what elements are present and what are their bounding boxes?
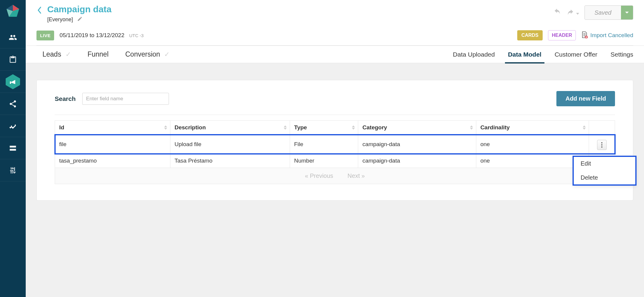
logo-icon xyxy=(6,4,20,18)
import-cancelled-link[interactable]: Import Cancelled xyxy=(581,31,633,40)
th-label: Type xyxy=(294,124,307,131)
cell-cardinality: one xyxy=(476,135,589,154)
saved-dropdown-toggle[interactable] xyxy=(621,6,633,19)
sidebar-item-settings[interactable] xyxy=(0,159,26,181)
tab-settings[interactable]: Settings xyxy=(611,46,633,63)
tab-funnel[interactable]: Funnel xyxy=(88,50,109,58)
date-to-label: to xyxy=(90,32,94,38)
tabs-row: Leads✓ Funnel Conversion✓ Data Uploaded … xyxy=(26,46,644,63)
cell-category: campaign-data xyxy=(358,154,476,168)
header-badge[interactable]: HEADER xyxy=(548,30,576,40)
sidebar-item-analytics[interactable] xyxy=(0,115,26,137)
cell-description: Upload file xyxy=(170,135,290,154)
sidebar-item-users[interactable] xyxy=(0,26,26,49)
sort-icon xyxy=(470,125,473,130)
redo-button[interactable] xyxy=(567,9,579,16)
th-label: Cardinality xyxy=(480,124,510,131)
date-range: 05/11/2019 to 13/12/2022 xyxy=(59,32,124,39)
tab-label: Funnel xyxy=(88,50,109,58)
saved-label: Saved xyxy=(585,9,621,16)
caret-down-icon xyxy=(576,13,579,15)
share-icon xyxy=(9,100,17,108)
table-row[interactable]: tasa_prestamo Tasa Préstamo Number campa… xyxy=(55,154,615,168)
cell-type: File xyxy=(290,135,358,154)
undo-button[interactable] xyxy=(553,8,561,17)
tab-conversion[interactable]: Conversion✓ xyxy=(125,50,170,58)
sidebar-item-campaigns[interactable] xyxy=(0,71,26,93)
timezone: UTC -3 xyxy=(129,33,144,38)
sidebar-item-clipboard[interactable] xyxy=(0,49,26,71)
add-new-field-button[interactable]: Add new Field xyxy=(556,91,615,106)
th-label: Description xyxy=(175,124,206,131)
edit-title-button[interactable] xyxy=(77,16,83,23)
row-actions-menu: Edit Delete xyxy=(573,156,636,185)
server-icon xyxy=(9,144,17,152)
pager-previous[interactable]: « Previous xyxy=(305,172,333,179)
tab-label: Conversion xyxy=(125,50,160,58)
cell-cardinality: one xyxy=(476,154,589,168)
check-icon: ✓ xyxy=(65,51,71,58)
sort-icon xyxy=(352,125,355,130)
analytics-icon xyxy=(9,122,17,130)
saved-button[interactable]: Saved xyxy=(585,5,633,20)
column-header-type[interactable]: Type xyxy=(290,121,358,135)
tab-data-uploaded[interactable]: Data Uploaded xyxy=(453,46,495,63)
divider xyxy=(55,115,615,115)
kebab-icon xyxy=(601,142,602,148)
panel: Search Add new Field Id Description Type… xyxy=(36,80,633,201)
sliders-icon xyxy=(9,166,17,175)
cards-badge[interactable]: CARDS xyxy=(517,30,543,40)
column-header-description[interactable]: Description xyxy=(170,121,290,135)
svg-point-5 xyxy=(10,127,11,128)
live-badge: LIVE xyxy=(36,31,54,40)
pencil-icon xyxy=(77,16,83,22)
audience-label: [Everyone] xyxy=(47,16,73,23)
content: Search Add new Field Id Description Type… xyxy=(26,63,644,217)
people-icon xyxy=(9,33,17,42)
app-logo[interactable] xyxy=(6,4,20,19)
tab-label: Leads xyxy=(42,50,61,58)
sidebar-item-servers[interactable] xyxy=(0,137,26,159)
date-from: 05/11/2019 xyxy=(59,32,88,38)
tab-data-model[interactable]: Data Model xyxy=(508,46,541,63)
main: Campaign data [Everyone] Saved xyxy=(26,0,644,217)
menu-item-edit[interactable]: Edit xyxy=(573,157,636,171)
back-button[interactable] xyxy=(36,6,42,16)
menu-item-delete[interactable]: Delete xyxy=(573,171,636,185)
cell-description: Tasa Préstamo xyxy=(170,154,290,168)
import-cancelled-label: Import Cancelled xyxy=(590,32,633,39)
sort-icon xyxy=(583,125,586,130)
sort-icon xyxy=(164,125,167,130)
cell-type: Number xyxy=(290,154,358,168)
cell-actions xyxy=(589,135,615,154)
sidebar-item-share[interactable] xyxy=(0,93,26,115)
column-header-actions xyxy=(589,121,615,135)
th-label: Id xyxy=(59,124,64,131)
search-input[interactable] xyxy=(82,93,169,105)
row-actions-button[interactable] xyxy=(597,140,607,150)
date-to: 13/12/2022 xyxy=(96,32,124,38)
document-error-icon xyxy=(581,31,588,40)
cell-category: campaign-data xyxy=(358,135,476,154)
cell-id: file xyxy=(55,135,170,154)
page-title: Campaign data xyxy=(47,4,553,14)
tab-leads[interactable]: Leads✓ xyxy=(42,50,71,58)
search-label: Search xyxy=(55,95,76,102)
chevron-left-icon xyxy=(36,6,42,14)
sort-icon xyxy=(284,125,287,130)
tab-customer-offer[interactable]: Customer Offer xyxy=(555,46,597,63)
clipboard-icon xyxy=(9,55,17,64)
check-icon: ✓ xyxy=(164,51,170,58)
column-header-category[interactable]: Category xyxy=(358,121,476,135)
th-label: Category xyxy=(362,124,387,131)
caret-down-icon xyxy=(625,12,629,13)
column-header-id[interactable]: Id xyxy=(55,121,170,135)
svg-point-6 xyxy=(11,125,12,127)
table-row[interactable]: file Upload file File campaign-data one xyxy=(55,135,615,154)
svg-point-8 xyxy=(15,124,16,125)
undo-icon xyxy=(553,8,561,15)
pager-next[interactable]: Next » xyxy=(347,172,365,179)
svg-point-7 xyxy=(12,127,13,128)
megaphone-icon xyxy=(4,73,21,90)
column-header-cardinality[interactable]: Cardinality xyxy=(476,121,589,135)
